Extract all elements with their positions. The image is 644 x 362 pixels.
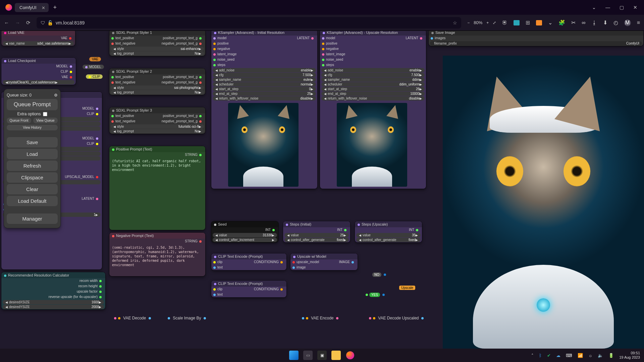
start-icon[interactable]	[289, 351, 299, 360]
param-vae-name[interactable]: ◀vae_namesdxl_vae.safetensors▶	[3, 41, 74, 46]
ks2-add-noise[interactable]: ◀add_noiseenable▶	[321, 68, 425, 72]
style-1[interactable]: ◀stylesai-enhance▶	[111, 47, 204, 51]
steps-i-control[interactable]: ◀control_after_generatefixed▶	[284, 238, 349, 242]
brightness-icon[interactable]: ☼	[588, 353, 592, 358]
node-ksampler-initial[interactable]: KSampler (Advanced) - Initial Resolution…	[211, 31, 317, 189]
explorer-icon[interactable]	[331, 351, 341, 360]
close-icon[interactable]: ✕	[42, 5, 45, 10]
pocket-icon[interactable]: ⌄	[548, 19, 552, 26]
zoom-out-icon[interactable]: −	[467, 20, 470, 25]
battery-icon[interactable]: 🔋	[608, 353, 614, 358]
privacy-icon[interactable]: ⛨	[502, 20, 507, 26]
manager-button[interactable]: Manager	[7, 214, 58, 224]
steps-i-value[interactable]: ◀value25▶	[284, 233, 349, 237]
volume-icon[interactable]: 🔈	[598, 353, 603, 358]
ks1-sampler[interactable]: ◀sampler_nameeuler▶	[213, 77, 316, 82]
node-styler-2[interactable]: SDXL Prompt Styler 2 text_positivepositi…	[109, 68, 205, 95]
seed-control[interactable]: ◀control_after_increment▶	[213, 238, 277, 242]
save-button[interactable]: Save	[7, 137, 58, 147]
ext-icon-3[interactable]	[536, 20, 542, 25]
node-steps-initial[interactable]: Steps (Initial) INT ◀value25▶ ◀control_a…	[283, 221, 350, 242]
library-icon[interactable]: ⭳	[592, 20, 597, 26]
extensions-icon[interactable]: 🧩	[558, 19, 565, 26]
extra-options-checkbox[interactable]	[43, 112, 47, 116]
steps-u-control[interactable]: ◀control_after_generatefixed▶	[356, 238, 421, 242]
ks1-scheduler[interactable]: ◀schedulernormal▶	[213, 82, 316, 86]
task-view-icon[interactable]: ▭	[303, 351, 313, 360]
log-prompt-3[interactable]: ◀log_promptNo▶	[111, 129, 204, 133]
shield-icon[interactable]: 🛡	[41, 20, 45, 25]
tray-chevron-icon[interactable]: ˄	[531, 353, 534, 358]
desired-x[interactable]: ◀desiredXSIZE1600▶	[3, 300, 104, 304]
node-clip-encode-1[interactable]: CLIP Text Encode (Prompt) clipCONDITIONI…	[211, 253, 286, 270]
node-res-calc[interactable]: Recommended Resolution Calculator recom …	[1, 272, 105, 309]
minimize-icon[interactable]: ―	[605, 5, 610, 10]
node-styler-1[interactable]: SDXL Prompt Styler 1 text_positivepositi…	[109, 31, 205, 56]
ext-icon-4[interactable]: ✂	[571, 19, 576, 26]
ks2-cfg[interactable]: ◀cfg7.500▶	[321, 73, 425, 77]
system-clock[interactable]: 09:51 19 Aug 2023	[619, 351, 640, 360]
ks1-start[interactable]: ◀start_at_step0▶	[213, 87, 316, 91]
ks1-cfg[interactable]: ◀cfg7.500▶	[213, 73, 316, 77]
node-vae-decode-upscaled[interactable]: VAE Decode Upscaled	[369, 316, 425, 320]
queue-front-button[interactable]: Queue Front	[7, 118, 31, 123]
ext-icon-1[interactable]	[514, 20, 520, 25]
style-3[interactable]: ◀stylefuturistic-sci-fi▶	[111, 124, 204, 129]
ks1-add-noise[interactable]: ◀add_noiseenable▶	[213, 68, 316, 72]
node-load-vae[interactable]: Load VAE VAE ◀vae_namesdxl_vae.safetenso…	[1, 31, 75, 46]
zoom-level[interactable]: 80%	[474, 20, 482, 25]
history-icon[interactable]: ◴	[613, 19, 618, 26]
clear-button[interactable]: Clear	[7, 184, 58, 194]
wifi-icon[interactable]: 📶	[578, 353, 583, 358]
clipspace-button[interactable]: Clipspace	[7, 172, 58, 183]
bookmark-star-icon[interactable]: ☆	[453, 20, 457, 25]
node-steps-upscale[interactable]: Steps (Upscale) INT ◀value35▶ ◀control_a…	[355, 221, 422, 242]
load-button[interactable]: Load	[7, 149, 58, 159]
param-checkpoint[interactable]: ◀crystalClearXL_ccxl.safetensors▶	[3, 80, 74, 84]
ks2-leftover[interactable]: ◀return_with_leftover_noisedisable▶	[321, 96, 425, 101]
negative-prompt-text[interactable]: (semi-realistic, cgi, 2.5d, 3d:1.3), (an…	[109, 244, 205, 268]
filename-prefix[interactable]: filename_prefixComfyUI	[430, 41, 642, 46]
ks2-end[interactable]: ◀end_at_step10000▶	[321, 92, 425, 96]
log-prompt-2[interactable]: ◀log_promptNo▶	[111, 90, 204, 95]
load-default-button[interactable]: Load Default	[7, 196, 58, 206]
view-queue-button[interactable]: View Queue	[33, 118, 58, 123]
node-save-image[interactable]: Save Image images filename_prefixComfyUI	[429, 31, 643, 46]
view-history-button[interactable]: View History	[7, 125, 58, 130]
node-seed[interactable]: Seed INT ◀value31338▶ ◀control_after_inc…	[211, 221, 278, 242]
maximize-icon[interactable]: ▢	[620, 5, 624, 10]
lock-insecure-icon[interactable]: 🔓	[47, 20, 53, 25]
profile-badge[interactable]: M	[624, 19, 631, 26]
ext-icon-2[interactable]: ⊞	[526, 19, 530, 26]
node-vae-encode[interactable]: VAE Encode	[302, 316, 340, 320]
ks1-leftover[interactable]: ◀return_with_leftover_noisedisable▶	[213, 96, 316, 101]
onedrive-icon[interactable]: ☁	[556, 353, 560, 358]
bluetooth-icon[interactable]: ᛒ	[539, 353, 542, 358]
node-styler-3[interactable]: SDXL Prompt Styler 3 text_positivepositi…	[109, 107, 205, 134]
ks2-sampler[interactable]: ◀sampler_nameddim▶	[321, 77, 425, 82]
security-icon[interactable]: ✔	[547, 353, 551, 358]
node-upscale-model[interactable]: Upscale w/ Model upscale_modelIMAGE imag…	[290, 253, 358, 270]
ks2-start[interactable]: ◀start_at_step26▶	[321, 87, 425, 91]
tabs-dropdown-icon[interactable]: ⌄	[592, 5, 596, 10]
keyboard-icon[interactable]: ⌨	[566, 353, 572, 358]
refresh-button[interactable]: Refresh	[7, 161, 58, 171]
fullscreen-icon[interactable]: ⤢	[493, 20, 496, 25]
control-panel[interactable]: Queue size: 0⚙ Queue Prompt Extra option…	[4, 89, 60, 228]
new-tab-button[interactable]: +	[53, 4, 57, 11]
downloads-icon[interactable]: ⬇	[603, 19, 607, 26]
style-2[interactable]: ◀stylesai-photographic▶	[111, 85, 204, 90]
node-positive-prompt[interactable]: Positive Prompt (Text) STRING (futuristi…	[109, 146, 205, 230]
ks1-end[interactable]: ◀end_at_step25▶	[213, 92, 316, 96]
close-window-icon[interactable]: ✕	[633, 5, 637, 10]
node-negative-prompt[interactable]: Negative Prompt (Text) STRING (semi-real…	[109, 233, 205, 276]
log-prompt-1[interactable]: ◀log_promptNo▶	[111, 51, 204, 56]
back-icon[interactable]: ←	[4, 20, 9, 25]
url-bar[interactable]: 🛡 🔓 vm.local:8189 ☆	[37, 17, 461, 28]
browser-tab[interactable]: ComfyUI ✕	[15, 3, 49, 12]
zoom-in-icon[interactable]: +	[486, 20, 489, 25]
gear-icon[interactable]: ⚙	[54, 93, 58, 98]
node-scale-image-by[interactable]: Scale Image By	[168, 316, 208, 320]
comfyui-canvas[interactable]: Load VAE VAE ◀vae_namesdxl_vae.safetenso…	[0, 31, 644, 349]
node-load-checkpoint[interactable]: Load Checkpoint MODEL CLIP VAE ◀crystalC…	[1, 58, 76, 85]
